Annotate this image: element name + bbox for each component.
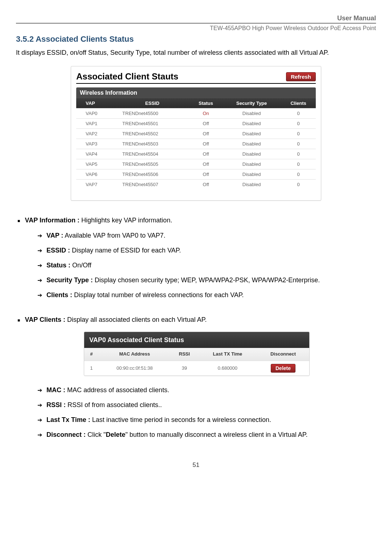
refresh-button[interactable]: Refresh xyxy=(286,72,316,81)
cell-status: Off xyxy=(189,129,222,139)
list-item: Disconnect : Click "Delete" button to ma… xyxy=(37,430,376,440)
cell-security: Disabled xyxy=(222,119,281,129)
table-row: VAP3TRENDnet45503OffDisabled0 xyxy=(76,139,316,149)
table-row: VAP7TRENDnet45507OffDisabled0 xyxy=(76,180,316,190)
col-vap: VAP xyxy=(76,98,115,108)
cell-vap: VAP7 xyxy=(76,180,115,190)
intro-text: It displays ESSID, on/off Status, Securi… xyxy=(16,49,376,57)
cell-num: 1 xyxy=(84,361,99,376)
cell-security: Disabled xyxy=(222,159,281,169)
col-lasttx: Last TX Time xyxy=(198,348,257,361)
cell-security: Disabled xyxy=(222,129,281,139)
cell-essid: TRENDnet45502 xyxy=(115,129,189,139)
table-row: VAP5TRENDnet45505OffDisabled0 xyxy=(76,159,316,169)
list-item: RSSI : RSSI of from associated clients.. xyxy=(37,400,376,410)
table-row: 1 00:90:cc:0f:51:38 39 0.680000 Delete xyxy=(84,361,309,376)
cell-clients: 0 xyxy=(281,139,316,149)
cell-clients: 0 xyxy=(281,149,316,159)
list-item: Clients : Display total number of wirele… xyxy=(37,290,376,300)
col-num: # xyxy=(84,348,99,361)
vap-clients-rest: Display all associated clients on each V… xyxy=(65,316,207,323)
header-device: TEW-455APBO High Power Wireless Outdoor … xyxy=(16,25,376,32)
header-manual: User Manual xyxy=(16,15,376,22)
cell-clients: 0 xyxy=(281,169,316,180)
cell-security: Disabled xyxy=(222,169,281,180)
associated-clients-panel: Associated Client Stauts Refresh Wireles… xyxy=(71,66,321,201)
cell-clients: 0 xyxy=(281,180,316,190)
cell-vap: VAP4 xyxy=(76,149,115,159)
wireless-info-subtitle: Wireless Information xyxy=(76,87,316,98)
cell-security: Disabled xyxy=(222,108,281,119)
cell-essid: TRENDnet45506 xyxy=(115,169,189,180)
vap0-client-panel: VAP0 Associated Client Status # MAC Addr… xyxy=(84,332,310,376)
cell-vap: VAP1 xyxy=(76,119,115,129)
col-status: Status xyxy=(189,98,222,108)
section-title: 3.5.2 Associated Clients Status xyxy=(16,34,376,44)
cell-essid: TRENDnet45500 xyxy=(115,108,189,119)
cell-vap: VAP5 xyxy=(76,159,115,169)
cell-security: Disabled xyxy=(222,180,281,190)
cell-vap: VAP2 xyxy=(76,129,115,139)
cell-lasttx: 0.680000 xyxy=(198,361,257,376)
header-divider xyxy=(16,23,376,24)
cell-clients: 0 xyxy=(281,129,316,139)
cell-essid: TRENDnet45505 xyxy=(115,159,189,169)
cell-rssi: 39 xyxy=(171,361,198,376)
cell-status: Off xyxy=(189,169,222,180)
cell-status: Off xyxy=(189,159,222,169)
col-clients: Clients xyxy=(281,98,316,108)
vap-info-rest: Highlights key VAP information. xyxy=(79,217,172,224)
vap-table: VAP ESSID Status Security Type Clients V… xyxy=(76,98,316,189)
list-item: VAP : Available VAP from VAP0 to VAP7. xyxy=(37,231,376,241)
col-security: Security Type xyxy=(222,98,281,108)
col-rssi: RSSI xyxy=(171,348,198,361)
table-row: VAP2TRENDnet45502OffDisabled0 xyxy=(76,129,316,139)
vap-clients-bold: VAP Clients : xyxy=(25,316,65,323)
cell-essid: TRENDnet45504 xyxy=(115,149,189,159)
vap-info-bold: VAP Information : xyxy=(25,217,79,224)
vap-clients-item: VAP Clients : Display all associated cli… xyxy=(17,315,376,440)
table-row: VAP4TRENDnet45504OffDisabled0 xyxy=(76,149,316,159)
list-item: Status : On/Off xyxy=(37,260,376,270)
list-item: MAC : MAC address of associated clients. xyxy=(37,385,376,395)
panel-title: Associated Client Stauts xyxy=(76,71,178,82)
vap0-client-table: # MAC Address RSSI Last TX Time Disconne… xyxy=(84,348,309,376)
cell-security: Disabled xyxy=(222,139,281,149)
cell-mac: 00:90:cc:0f:51:38 xyxy=(99,361,171,376)
cell-essid: TRENDnet45501 xyxy=(115,119,189,129)
delete-button[interactable]: Delete xyxy=(271,364,295,373)
cell-status: Off xyxy=(189,180,222,190)
cell-vap: VAP3 xyxy=(76,139,115,149)
cell-status: Off xyxy=(189,139,222,149)
cell-essid: TRENDnet45503 xyxy=(115,139,189,149)
list-item: Last Tx Time : Last inactive time period… xyxy=(37,415,376,425)
col-essid: ESSID xyxy=(115,98,189,108)
cell-essid: TRENDnet45507 xyxy=(115,180,189,190)
cell-status: On xyxy=(189,108,222,119)
vap-information-item: VAP Information : Highlights key VAP inf… xyxy=(17,215,376,300)
table-row: VAP0TRENDnet45500OnDisabled0 xyxy=(76,108,316,119)
cell-clients: 0 xyxy=(281,159,316,169)
cell-status: Off xyxy=(189,119,222,129)
cell-vap: VAP6 xyxy=(76,169,115,180)
cell-security: Disabled xyxy=(222,149,281,159)
page-number: 51 xyxy=(16,461,376,469)
cell-vap: VAP0 xyxy=(76,108,115,119)
table-row: VAP6TRENDnet45506OffDisabled0 xyxy=(76,169,316,180)
table-row: VAP1TRENDnet45501OffDisabled0 xyxy=(76,119,316,129)
cell-clients: 0 xyxy=(281,108,316,119)
cell-status: Off xyxy=(189,149,222,159)
list-item: ESSID : Display name of ESSID for each V… xyxy=(37,246,376,255)
panel2-title: VAP0 Associated Client Status xyxy=(84,332,309,348)
col-disconnect: Disconnect xyxy=(257,348,309,361)
col-mac: MAC Address xyxy=(99,348,171,361)
list-item: Security Type : Display chosen security … xyxy=(37,275,376,285)
cell-clients: 0 xyxy=(281,119,316,129)
